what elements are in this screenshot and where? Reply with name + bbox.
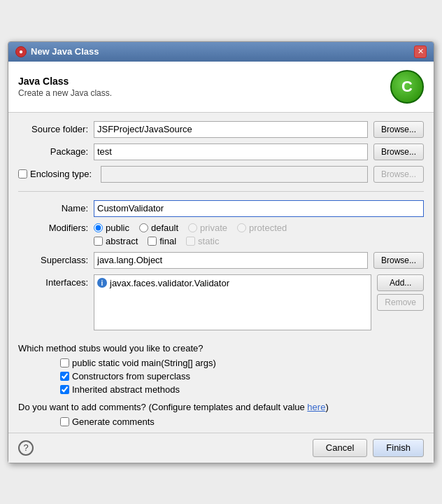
comments-checks: Generate comments: [18, 416, 424, 427]
header-title: Java Class: [18, 76, 112, 87]
header-section: Java Class Create a new Java class. C: [8, 62, 434, 113]
stubs-checks: public static void main(String[] args) C…: [18, 358, 424, 395]
interface-buttons: Add... Remove: [377, 274, 424, 311]
interface-item: i javax.faces.validator.Validator: [97, 278, 368, 288]
header-text: Java Class Create a new Java class.: [18, 76, 112, 98]
cancel-button[interactable]: Cancel: [313, 439, 367, 457]
source-folder-input[interactable]: [94, 121, 368, 138]
new-java-class-dialog: ● New Java Class ✕ Java Class Create a n…: [8, 41, 434, 463]
enclosing-type-checkbox[interactable]: [18, 169, 27, 178]
footer: ? Cancel Finish: [8, 433, 434, 463]
source-folder-row: Source folder: Browse...: [18, 121, 424, 138]
interfaces-list: i javax.faces.validator.Validator: [94, 274, 371, 330]
stubs-main-label[interactable]: public static void main(String[] args): [60, 358, 424, 368]
enclosing-type-row: Enclosing type: Browse...: [18, 166, 424, 183]
modifier-default-radio[interactable]: [139, 223, 148, 232]
name-label: Name:: [18, 203, 88, 214]
window-icon: ●: [15, 46, 27, 57]
enclosing-type-label: Enclosing type:: [18, 169, 95, 179]
modifier-final-label[interactable]: final: [148, 236, 176, 246]
name-input[interactable]: [94, 200, 424, 217]
stubs-main-checkbox[interactable]: [60, 358, 69, 368]
modifier-protected-label[interactable]: protected: [237, 223, 287, 233]
modifier-public-radio[interactable]: [94, 223, 103, 232]
stubs-section: Which method stubs would you like to cre…: [8, 339, 434, 399]
stubs-constructors-checkbox[interactable]: [60, 372, 69, 381]
comments-section: Do you want to add comments? (Configure …: [8, 399, 434, 433]
interfaces-label: Interfaces:: [18, 277, 88, 288]
header-subtitle: Create a new Java class.: [18, 88, 112, 98]
superclass-row: Superclass: Browse...: [18, 252, 424, 269]
modifiers-label: Modifiers:: [18, 223, 88, 233]
modifier-protected-radio[interactable]: [237, 223, 246, 232]
interfaces-row: Interfaces: i javax.faces.validator.Vali…: [18, 274, 424, 330]
modifier-abstract-checkbox[interactable]: [94, 237, 103, 246]
modifier-static-label[interactable]: static: [186, 236, 219, 246]
interfaces-remove-button[interactable]: Remove: [377, 294, 424, 311]
modifiers-radio-row: public default private protected: [94, 223, 287, 233]
generate-comments-label[interactable]: Generate comments: [60, 416, 424, 427]
comments-configure-link[interactable]: here: [307, 402, 325, 412]
enclosing-type-input[interactable]: [101, 166, 368, 183]
finish-button[interactable]: Finish: [373, 439, 424, 457]
modifiers-group: public default private protected: [94, 223, 287, 246]
superclass-input[interactable]: [94, 252, 368, 269]
package-input[interactable]: [94, 144, 368, 160]
source-folder-label: Source folder:: [18, 124, 88, 134]
dialog-title: New Java Class: [31, 46, 99, 57]
modifier-static-checkbox[interactable]: [186, 237, 195, 246]
comments-title: Do you want to add comments? (Configure …: [18, 402, 424, 412]
modifier-private-radio[interactable]: [188, 223, 197, 232]
superclass-label: Superclass:: [18, 255, 88, 265]
footer-buttons: Cancel Finish: [313, 439, 424, 457]
stubs-constructors-label[interactable]: Constructors from superclass: [60, 371, 424, 382]
modifiers-check-row: abstract final static: [94, 236, 287, 246]
title-bar: ● New Java Class ✕: [8, 42, 434, 62]
stubs-inherited-checkbox[interactable]: [60, 385, 69, 394]
superclass-browse-button[interactable]: Browse...: [373, 252, 424, 269]
package-row: Package: Browse...: [18, 144, 424, 160]
modifier-default-label[interactable]: default: [139, 223, 178, 233]
interface-info-icon: i: [97, 278, 107, 288]
stubs-inherited-label[interactable]: Inherited abstract methods: [60, 384, 424, 395]
enclosing-type-browse-button[interactable]: Browse...: [373, 166, 424, 183]
modifier-abstract-label[interactable]: abstract: [94, 236, 138, 246]
modifier-private-label[interactable]: private: [188, 223, 227, 233]
stubs-title: Which method stubs would you like to cre…: [18, 343, 424, 354]
package-label: Package:: [18, 146, 88, 157]
package-browse-button[interactable]: Browse...: [373, 144, 424, 160]
modifier-public-label[interactable]: public: [94, 223, 129, 233]
form-section: Source folder: Browse... Package: Browse…: [8, 113, 434, 339]
help-icon[interactable]: ?: [18, 440, 34, 456]
interfaces-add-button[interactable]: Add...: [377, 274, 424, 291]
modifier-final-checkbox[interactable]: [148, 237, 157, 246]
name-row: Name:: [18, 200, 424, 217]
title-bar-left: ● New Java Class: [15, 46, 99, 57]
modifiers-row: Modifiers: public default private: [18, 223, 424, 246]
generate-comments-checkbox[interactable]: [60, 417, 69, 426]
close-button[interactable]: ✕: [414, 46, 427, 58]
interface-name: javax.faces.validator.Validator: [110, 278, 229, 288]
eclipse-logo: C: [390, 70, 424, 104]
source-folder-browse-button[interactable]: Browse...: [373, 121, 424, 138]
